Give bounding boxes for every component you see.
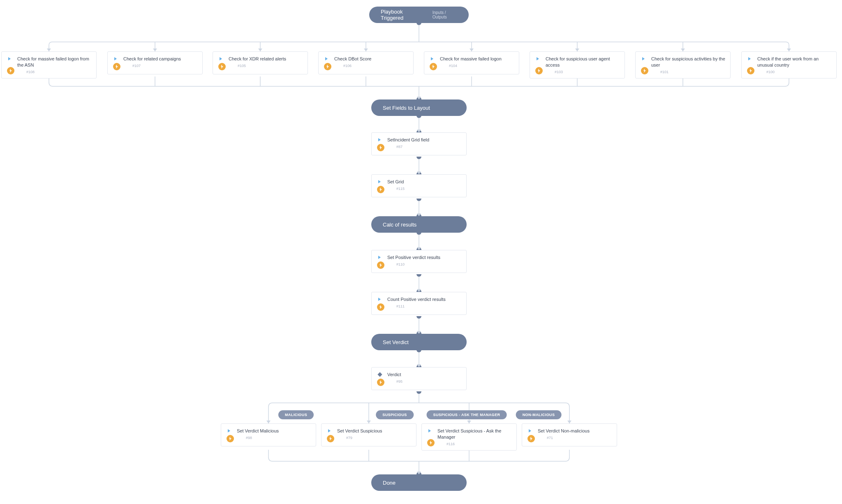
task-card[interactable]: Check for related campaigns #107 <box>107 51 203 74</box>
section-title: Set Verdict <box>383 339 409 345</box>
task-id: #87 <box>396 145 461 149</box>
branch-badge: MALICIOUS <box>278 410 314 419</box>
chevron-icon <box>377 137 382 143</box>
task-id: #101 <box>660 70 725 74</box>
bolt-icon <box>324 63 331 70</box>
task-title: Set Verdict Non-malicious <box>538 428 612 434</box>
task-card[interactable]: Set Verdict Suspicious #79 <box>321 423 416 446</box>
diamond-icon <box>377 372 382 378</box>
done-title: Done <box>383 480 396 486</box>
task-id: #98 <box>246 436 311 440</box>
task-title: Check for suspicious activities by the u… <box>651 56 725 68</box>
task-card[interactable]: Check DBot Score #106 <box>318 51 414 74</box>
chevron-icon <box>377 179 382 185</box>
task-card[interactable]: Check if the user work from an unusual c… <box>741 51 837 79</box>
task-title: Set Verdict Malicious <box>237 428 311 434</box>
connector-bump <box>416 199 421 201</box>
arrow-icon <box>467 421 471 423</box>
task-id: #106 <box>343 64 408 68</box>
chevron-icon <box>327 428 332 434</box>
branch-label: MALICIOUS <box>285 413 307 417</box>
arrow-icon <box>787 49 791 51</box>
bolt-icon <box>227 435 234 442</box>
arrow-icon <box>47 49 51 51</box>
bolt-icon <box>430 63 437 70</box>
chevron-icon <box>377 297 382 303</box>
bolt-icon <box>377 144 384 151</box>
trigger-sub: Inputs / Outputs <box>433 10 457 19</box>
connector-bump <box>416 116 421 118</box>
arrow-icon <box>367 421 371 423</box>
task-card[interactable]: Set Verdict Non-malicious #71 <box>522 423 617 446</box>
arrow-icon <box>417 331 421 334</box>
trigger-pill[interactable]: Playbook Triggered Inputs / Outputs <box>369 7 469 23</box>
arrow-icon <box>681 49 685 51</box>
bolt-icon <box>377 261 384 269</box>
connector-bump <box>416 350 421 352</box>
bolt-icon <box>377 186 384 193</box>
arrow-icon <box>417 213 421 216</box>
section-pill-set-fields[interactable]: Set Fields to Layout <box>371 99 467 116</box>
task-card[interactable]: Check for massive failed logon #104 <box>424 51 519 74</box>
task-card[interactable]: Check for suspicious user agent access #… <box>530 51 625 79</box>
task-id: #111 <box>396 304 461 308</box>
task-card[interactable]: Set Verdict Malicious #98 <box>221 423 316 446</box>
bolt-icon <box>377 303 384 311</box>
arrow-icon <box>417 289 421 292</box>
task-title: Check DBot Score <box>334 56 408 62</box>
task-card[interactable]: Check for massive failed logon from the … <box>1 51 97 79</box>
branch-label: NON-MALICIOUS <box>523 413 555 417</box>
verdict-card[interactable]: Verdict #95 <box>371 367 467 390</box>
task-card[interactable]: Set Verdict Suspicious - Ask the Manager… <box>421 423 517 451</box>
section-pill-calc[interactable]: Calc of results <box>371 216 467 233</box>
task-title: Verdict <box>387 372 461 378</box>
arrow-icon <box>417 97 421 99</box>
chevron-icon <box>430 56 435 62</box>
arrow-icon <box>567 421 571 423</box>
task-title: Check if the user work from an unusual c… <box>757 56 831 68</box>
chevron-icon <box>536 56 541 62</box>
trigger-title: Playbook Triggered <box>381 9 420 21</box>
task-id: #115 <box>396 187 461 191</box>
task-title: Check for XDR related alerts <box>229 56 303 62</box>
section-pill-verdict[interactable]: Set Verdict <box>371 334 467 350</box>
task-id: #71 <box>547 436 612 440</box>
task-card[interactable]: Check for suspicious activities by the u… <box>635 51 731 79</box>
task-id: #104 <box>449 64 514 68</box>
task-id: #103 <box>555 70 620 74</box>
connector-bump <box>416 274 421 277</box>
task-card[interactable]: Check for XDR related alerts #105 <box>213 51 308 74</box>
arrow-icon <box>417 364 421 367</box>
section-title: Set Fields to Layout <box>383 105 430 111</box>
connector-bump <box>416 391 421 394</box>
branch-label: SUSPICIOUS - ASK THE MANAGER <box>433 413 500 417</box>
task-title: Check for related campaigns <box>123 56 197 62</box>
branch-badge: SUSPICIOUS <box>376 410 414 419</box>
chevron-icon <box>377 255 382 261</box>
task-card[interactable]: Set Positive verdict results #110 <box>371 250 467 273</box>
task-title: Set Verdict Suspicious <box>337 428 411 434</box>
task-id: #79 <box>346 436 411 440</box>
task-card[interactable]: Set Grid #115 <box>371 174 467 197</box>
arrow-icon <box>258 49 262 51</box>
task-id: #107 <box>132 64 197 68</box>
arrow-icon <box>266 421 271 423</box>
bolt-icon <box>535 67 543 74</box>
connector-bump <box>416 316 421 319</box>
chevron-icon <box>113 56 118 62</box>
task-card[interactable]: Count Positive verdict results #111 <box>371 292 467 315</box>
chevron-icon <box>227 428 232 434</box>
task-id: #105 <box>238 64 303 68</box>
task-title: Set Verdict Suspicious - Ask the Manager <box>437 428 511 440</box>
task-id: #95 <box>396 379 461 384</box>
bolt-icon <box>747 67 754 74</box>
arrow-icon <box>417 247 421 250</box>
bolt-icon <box>7 67 14 74</box>
bolt-icon <box>377 379 384 386</box>
task-title: Check for massive failed logon <box>440 56 514 62</box>
section-title: Calc of results <box>383 222 416 228</box>
task-card[interactable]: SetIncident Grid field #87 <box>371 132 467 155</box>
bolt-icon <box>218 63 226 70</box>
task-id: #116 <box>446 442 511 446</box>
done-pill[interactable]: Done <box>371 474 467 491</box>
